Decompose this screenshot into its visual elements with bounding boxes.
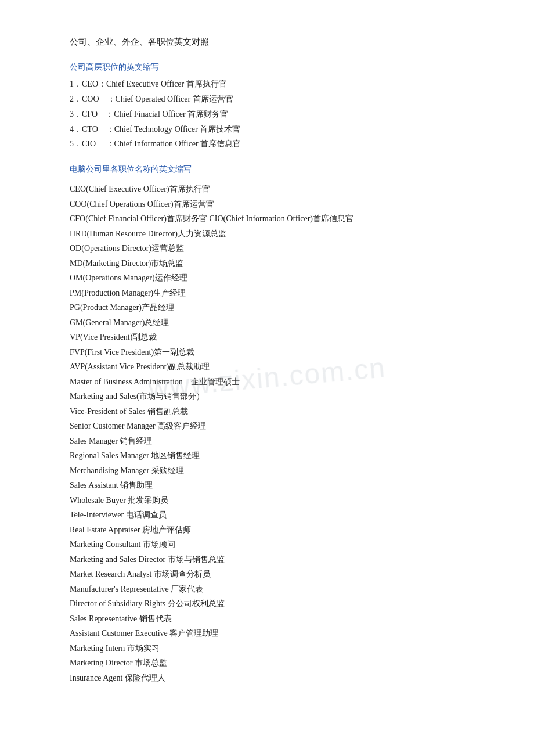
numbered-item-3: 3．CFO ：Chief Finacial Officer 首席财务官 [70,107,464,121]
list-item-11: VP(Vice President)副总裁 [70,330,464,345]
page-title: 公司、企业、外企、各职位英文对照 [70,35,464,50]
list-item-27: Market Research Analyst 市场调查分析员 [70,567,464,582]
list-item-8: PM(Production Manager)生产经理 [70,286,464,301]
list-item-12: FVP(First Vice President)第一副总裁 [70,345,464,360]
list-item-24: Real Estate Appraiser 房地产评估师 [70,523,464,538]
list-item-32: Marketing Intern 市场实习 [70,642,464,656]
list-item-16: Vice-President of Sales 销售副总裁 [70,405,464,419]
list-item-1: CEO(Chief Executive Officer)首席执行官 [70,182,464,197]
list-item-34: Insurance Agent 保险代理人 [70,671,464,686]
list-item-10: GM(General Manager)总经理 [70,316,464,330]
list-item-9: PG(Product Manager)产品经理 [70,301,464,315]
list-item-2: COO(Chief Operations Officer)首席运营官 [70,197,464,212]
list-item-7: OM(Operations Manager)运作经理 [70,271,464,286]
list-item-26: Marketing and Sales Director 市场与销售总监 [70,553,464,567]
list-item-19: Regional Sales Manager 地区销售经理 [70,449,464,463]
list-item-13: AVP(Assistant Vice President)副总裁助理 [70,360,464,375]
section2-title: 电脑公司里各职位名称的英文缩写 [70,163,464,177]
list-item-15: Marketing and Sales(市场与销售部分） [70,390,464,404]
list-item-29: Director of Subsidiary Rights 分公司权利总监 [70,597,464,611]
list-item-28: Manufacturer's Representative 厂家代表 [70,582,464,597]
list-item-4: HRD(Human Resource Director)人力资源总监 [70,227,464,242]
list-item-17: Senior Customer Manager 高级客户经理 [70,419,464,434]
list-item-14: Master of Business Administration 企业管理硕士 [70,375,464,390]
list-item-23: Tele-Interviewer 电话调查员 [70,508,464,523]
items-list: CEO(Chief Executive Officer)首席执行官COO(Chi… [70,182,464,685]
list-item-5: OD(Operations Director)运营总监 [70,242,464,256]
numbered-item-2: 2．COO ：Chief Operated Officer 首席运营官 [70,92,464,106]
list-item-31: Assistant Customer Executive 客户管理助理 [70,627,464,641]
list-item-6: MD(Marketing Director)市场总监 [70,257,464,271]
numbered-item-5: 5．CIO ：Chief Information Officer 首席信息官 [70,137,464,151]
numbered-item-4: 4．CTO ：Chief Technology Officer 首席技术官 [70,123,464,136]
list-item-33: Marketing Director 市场总监 [70,656,464,671]
section1-title: 公司高层职位的英文缩写 [70,60,464,74]
list-item-18: Sales Manager 销售经理 [70,434,464,449]
list-item-25: Marketing Consultant 市场顾问 [70,538,464,552]
list-item-21: Sales Assistant 销售助理 [70,478,464,493]
numbered-list: 1．CEO：Chief Executive Officer 首席执行官2．COO… [70,77,464,151]
list-item-3: CFO(Chief Financial Officer)首席财务官 CIO(Ch… [70,212,464,226]
list-item-30: Sales Representative 销售代表 [70,612,464,627]
list-item-22: Wholesale Buyer 批发采购员 [70,494,464,508]
numbered-item-1: 1．CEO：Chief Executive Officer 首席执行官 [70,77,464,91]
list-item-20: Merchandising Manager 采购经理 [70,464,464,478]
